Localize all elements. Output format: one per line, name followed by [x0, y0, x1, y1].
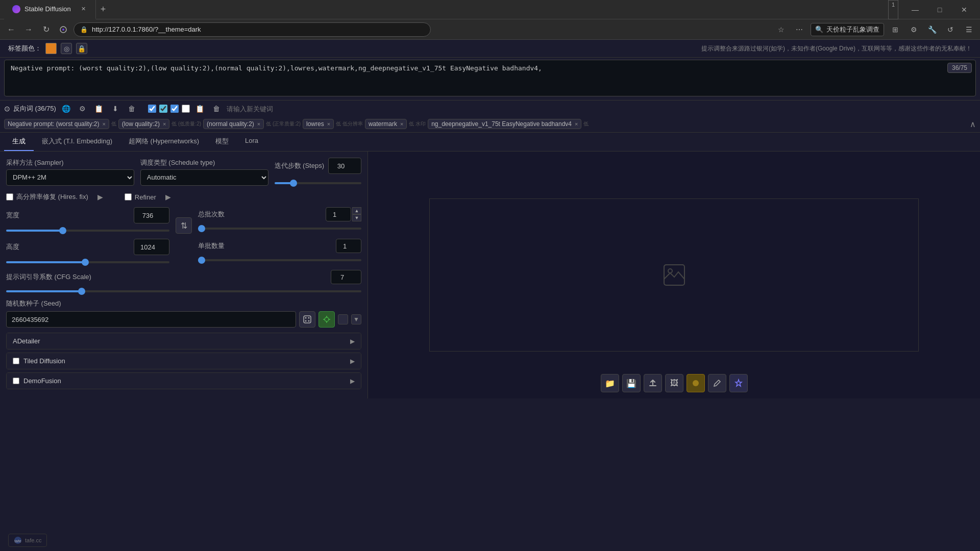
img-upload-btn[interactable] [644, 374, 662, 392]
checkbox4[interactable] [182, 105, 190, 113]
copy-btn1[interactable]: 📋 [93, 103, 105, 115]
batch-total-input[interactable] [326, 207, 351, 221]
steps-input[interactable] [328, 158, 361, 174]
tags-collapse-btn[interactable]: ∧ [970, 119, 976, 129]
img-extras-btn[interactable] [687, 374, 705, 392]
rotate-button[interactable]: ↺ [943, 22, 958, 37]
width-slider[interactable] [6, 230, 169, 232]
grid-button[interactable]: ⊞ [888, 22, 902, 37]
seed-recycle-btn[interactable] [318, 311, 335, 328]
menu-button[interactable]: ☰ [962, 22, 976, 37]
star-button[interactable]: ☆ [774, 22, 788, 37]
close-button[interactable]: ✕ [952, 0, 976, 19]
search-bar[interactable]: 🔍 天价粒子乱象调查 [811, 23, 884, 36]
trash-btn2[interactable]: 🗑 [210, 103, 223, 115]
img-edit-btn[interactable] [708, 374, 726, 392]
tiled-diffusion-label: Tiled Diffusion [23, 357, 65, 365]
tag-close-btn-3[interactable]: × [257, 121, 260, 127]
cfg-input[interactable] [331, 270, 361, 284]
hires-fix-checkbox[interactable] [6, 193, 13, 201]
demofusion-arrow: ▶ [350, 378, 355, 385]
tag-item-4[interactable]: lowres × [303, 119, 334, 129]
img-to-inpaint-btn[interactable]: 🖼 [665, 374, 683, 392]
tag-item-3[interactable]: (normal quality:2) × [203, 119, 264, 129]
hires-collapse-btn[interactable]: ▶ [94, 192, 106, 202]
tag-close-btn[interactable]: × [102, 121, 105, 127]
img-folder-btn[interactable]: 📁 [601, 374, 619, 392]
tag-close-btn-5[interactable]: × [400, 121, 403, 127]
tab-hypernetworks[interactable]: 超网络 (Hypernetworks) [120, 133, 207, 151]
checkbox2[interactable] [159, 105, 167, 113]
globe-btn[interactable]: 🌐 [60, 103, 72, 115]
download-btn[interactable]: ⬇ [109, 103, 121, 115]
schedule-select[interactable]: Automatic [140, 169, 268, 186]
tag-close-btn-6[interactable]: × [575, 121, 578, 127]
tiled-diffusion-checkbox[interactable] [13, 358, 19, 364]
tab-model[interactable]: 模型 [207, 133, 237, 151]
copy-btn2[interactable]: 📋 [194, 103, 206, 115]
tag-item-6[interactable]: ng_deepnegative_v1_75t EasyNegative badh… [428, 119, 581, 129]
extensions-button[interactable]: 🔧 [925, 22, 939, 37]
controls-row: ⊙ 反向词 (36/75) 🌐 ⚙ 📋 ⬇ 🗑 📋 🗑 [0, 100, 980, 117]
color-eyedropper-btn[interactable]: ◎ [61, 43, 72, 54]
cfg-slider[interactable] [6, 290, 361, 292]
more-button[interactable]: ⋯ [792, 22, 806, 37]
refiner-label[interactable]: Refiner [125, 193, 156, 201]
adetailer-header[interactable]: ADetailer ▶ [7, 333, 361, 349]
tag-close-btn-4[interactable]: × [327, 121, 330, 127]
img-save-btn[interactable]: 💾 [622, 374, 641, 392]
batch-total-slider[interactable] [198, 228, 361, 230]
tab-stable-diffusion[interactable]: Stable Diffusion ✕ [4, 0, 96, 19]
home-button[interactable] [56, 22, 70, 37]
height-slider[interactable] [6, 261, 169, 263]
color-lock-btn[interactable]: 🔒 [76, 43, 87, 54]
back-button[interactable]: ← [4, 22, 18, 37]
tab-embedding[interactable]: 嵌入式 (T.I. Embedding) [34, 133, 120, 151]
img-magic-btn[interactable] [729, 374, 748, 392]
tag-close-btn-2[interactable]: × [163, 121, 166, 127]
top-bar-notice: 提示调整合来源路过银河(如学)，未知作者(Google Drive)，互联网等等… [701, 44, 972, 53]
demofusion-checkbox[interactable] [13, 378, 19, 384]
tiled-diffusion-header[interactable]: Tiled Diffusion ▶ [7, 353, 361, 369]
checkbox1[interactable] [148, 105, 156, 113]
keyword-input[interactable] [227, 105, 976, 113]
refiner-checkbox[interactable] [125, 193, 132, 201]
batch-total-down[interactable]: ▼ [352, 214, 361, 221]
swap-dimensions-btn[interactable]: ⇅ [176, 217, 192, 234]
demofusion-header[interactable]: DemoFusion ▶ [7, 373, 361, 389]
tag-item[interactable]: Negative prompt: (worst quality:2) × [4, 119, 109, 129]
seed-extra-1[interactable] [338, 314, 348, 324]
refiner-collapse-btn[interactable]: ▶ [162, 192, 174, 202]
maximize-button[interactable]: □ [928, 0, 951, 19]
width-input[interactable] [134, 207, 169, 223]
tab-generate[interactable]: 生成 [4, 133, 34, 151]
sampler-select[interactable]: DPM++ 2M [6, 169, 134, 186]
forward-button[interactable]: → [21, 22, 36, 37]
seed-input[interactable]: 2660435692 [6, 311, 296, 328]
checkbox3[interactable] [170, 105, 179, 113]
tag-item-5[interactable]: watermark × [365, 119, 407, 129]
address-bar[interactable]: 🔒 http://127.0.0.1:7860/?__theme=dark [74, 22, 431, 37]
height-input[interactable] [134, 239, 169, 255]
seed-expand-btn[interactable]: ▼ [351, 314, 361, 324]
hires-fix-label[interactable]: 高分辨率修复 (Hires. fix) [6, 192, 88, 202]
tab-lora[interactable]: Lora [237, 133, 266, 151]
settings-button[interactable]: ⚙ [906, 22, 921, 37]
svg-point-6 [305, 320, 307, 322]
seed-dice-btn[interactable] [299, 311, 315, 328]
steps-slider[interactable] [275, 182, 362, 184]
cfg-section: 提示词引导系数 (CFG Scale) [6, 270, 361, 294]
sampler-group: 采样方法 (Sampler) DPM++ 2M [6, 158, 134, 186]
new-tab-button[interactable]: + [96, 3, 110, 17]
negative-prompt-textarea[interactable] [4, 60, 976, 96]
batch-total-up[interactable]: ▲ [352, 207, 361, 214]
refresh-button[interactable]: ↻ [39, 22, 53, 37]
tag-item-2[interactable]: (low quality:2) × [118, 119, 169, 129]
trash-btn[interactable]: 🗑 [126, 103, 138, 115]
gear-btn[interactable]: ⚙ [77, 103, 89, 115]
tab-close-btn[interactable]: ✕ [79, 5, 87, 13]
batch-size-input[interactable] [336, 239, 361, 253]
batch-size-slider[interactable] [198, 259, 361, 261]
color-swatch[interactable] [45, 43, 57, 54]
minimize-button[interactable]: — [903, 0, 927, 19]
